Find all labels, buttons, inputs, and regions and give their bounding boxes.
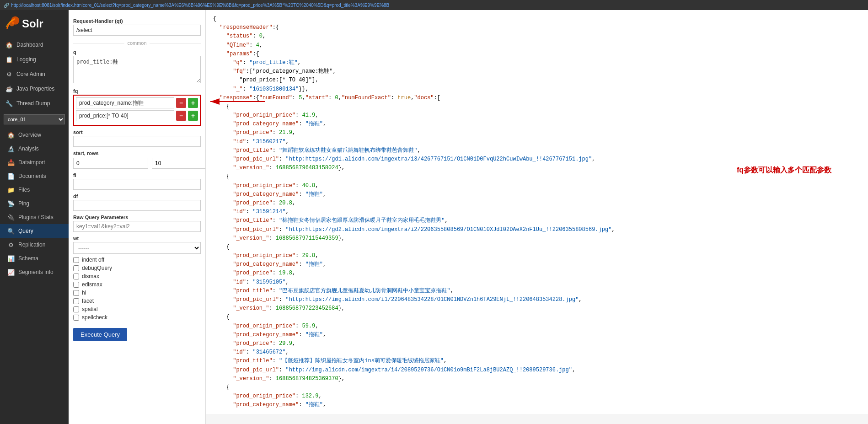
debugquery-row[interactable]: debugQuery (73, 265, 201, 271)
top-nav: 🏠 Dashboard 📋 Logging ⚙ Core Admin ☕ Jav… (0, 38, 69, 111)
dashboard-icon: 🏠 (5, 41, 13, 48)
sidebar-item-overview[interactable]: 🏠 Overview (0, 128, 69, 142)
sidebar-item-analysis[interactable]: 🔬 Analysis (0, 142, 69, 156)
facet-checkbox[interactable] (73, 298, 79, 304)
spatial-row[interactable]: spatial (73, 306, 201, 312)
fl-label: fl (73, 172, 201, 178)
spatial-checkbox[interactable] (73, 306, 79, 312)
fq-input-1[interactable] (76, 97, 174, 108)
sidebar-item-schema[interactable]: 📊 Schema (0, 252, 69, 265)
ping-icon: 📡 (7, 200, 15, 207)
hl-row[interactable]: hl (73, 290, 201, 296)
sidebar-item-plugins-stats[interactable]: 🔌 Plugins / Stats (0, 210, 69, 224)
overview-icon: 🏠 (7, 131, 15, 139)
logging-icon: 📋 (5, 56, 13, 63)
core-admin-icon: ⚙ (5, 70, 13, 78)
url-icon: 🔗 (4, 3, 9, 8)
files-icon: 📁 (7, 186, 15, 193)
q-input[interactable] (73, 56, 201, 83)
sidebar-item-ping[interactable]: 📡 Ping (0, 197, 69, 210)
sub-nav: 🏠 Overview 🔬 Analysis 📥 Dataimport 📄 Doc… (0, 128, 69, 279)
sidebar-item-label: Query (18, 228, 33, 234)
sidebar-item-replication[interactable]: ♻ Replication (0, 238, 69, 252)
sidebar-item-documents[interactable]: 📄 Documents (0, 169, 69, 183)
sidebar-item-dataimport[interactable]: 📥 Dataimport (0, 156, 69, 169)
fq-row-2: − + (76, 110, 198, 121)
response-area: fq参数可以输入多个匹配参数 { "responseHeader":{ "sta… (206, 10, 868, 424)
sidebar-item-label: Logging (16, 56, 36, 63)
hl-checkbox[interactable] (73, 290, 79, 296)
indent-off-checkbox[interactable] (73, 257, 79, 263)
replication-icon: ♻ (7, 241, 15, 248)
sidebar-item-label: Analysis (18, 145, 39, 152)
sidebar-item-thread-dump[interactable]: 🔧 Thread Dump (0, 96, 69, 111)
sidebar-item-dashboard[interactable]: 🏠 Dashboard (0, 38, 69, 52)
sidebar-item-label: Segments info (18, 269, 54, 275)
rows-input[interactable] (152, 158, 206, 169)
analysis-icon: 🔬 (7, 145, 15, 152)
sidebar-item-core-admin[interactable]: ⚙ Core Admin (0, 67, 69, 81)
sidebar-item-label: Replication (18, 242, 45, 248)
core-selector[interactable]: core_01 (4, 114, 65, 124)
dismax-row[interactable]: dismax (73, 273, 201, 279)
query-form-panel: Request-Handler (qt) common q fq − + − +… (69, 10, 206, 424)
sidebar-item-segments-info[interactable]: 📈 Segments info (0, 265, 69, 279)
fq-remove-1-button[interactable]: − (176, 98, 186, 108)
json-response-panel[interactable]: { "responseHeader":{ "status": 0, "QTime… (206, 10, 868, 414)
sidebar-item-label: Dataimport (18, 159, 45, 166)
segments-icon: 📈 (7, 268, 15, 276)
wt-select[interactable]: ------ json xml csv python ruby php velo… (73, 242, 201, 254)
thread-dump-icon: 🔧 (5, 100, 13, 107)
sidebar-item-label: Ping (18, 200, 29, 207)
common-divider: common (73, 40, 201, 46)
sort-input[interactable] (73, 136, 201, 147)
indent-off-row: indent off (73, 257, 201, 263)
fl-input[interactable] (73, 179, 201, 190)
logo-area: Solr (0, 10, 69, 38)
raw-query-label: Raw Query Parameters (73, 215, 201, 220)
documents-icon: 📄 (7, 172, 15, 180)
schema-icon: 📊 (7, 255, 15, 262)
spellcheck-row[interactable]: spellcheck (73, 314, 201, 321)
fq-input-2[interactable] (76, 110, 174, 121)
fq-add-1-button[interactable]: + (188, 98, 198, 108)
annotation-text: fq参数可以输入多个匹配参数 (737, 166, 831, 175)
sidebar-item-label: Java Properties (16, 86, 54, 92)
q-label: q (73, 49, 201, 55)
fq-remove-2-button[interactable]: − (176, 111, 186, 121)
logo-text: Solr (22, 17, 43, 30)
facet-row[interactable]: facet (73, 298, 201, 304)
start-input[interactable] (73, 158, 148, 169)
query-icon: 🔍 (7, 227, 15, 235)
df-input[interactable] (73, 200, 201, 211)
request-handler-label: Request-Handler (qt) (73, 18, 201, 24)
sidebar-item-logging[interactable]: 📋 Logging (0, 52, 69, 67)
wt-label: wt (73, 236, 201, 241)
start-rows-row (73, 158, 201, 169)
edismax-checkbox[interactable] (73, 282, 79, 288)
sidebar-item-query[interactable]: 🔍 Query (0, 224, 69, 238)
fq-add-2-button[interactable]: + (188, 111, 198, 121)
fq-label: fq (73, 88, 201, 94)
dataimport-icon: 📥 (7, 159, 15, 166)
fq-container: − + − + (73, 95, 201, 126)
edismax-row[interactable]: edismax (73, 281, 201, 288)
dismax-checkbox[interactable] (73, 274, 79, 279)
raw-query-input[interactable] (73, 221, 201, 232)
indent-off-label[interactable]: indent off (73, 257, 201, 263)
request-handler-input[interactable] (73, 25, 201, 36)
sidebar-item-files[interactable]: 📁 Files (0, 183, 69, 197)
execute-query-button[interactable]: Execute Query (73, 328, 127, 341)
debugquery-checkbox[interactable] (73, 265, 79, 271)
core-select[interactable]: core_01 (4, 114, 65, 124)
sidebar-item-label: Schema (18, 255, 38, 262)
sidebar-item-java-properties[interactable]: ☕ Java Properties (0, 81, 69, 96)
spellcheck-checkbox[interactable] (73, 315, 79, 321)
url-link[interactable]: http://localhost:8081/solr/index.htmlcor… (11, 3, 389, 8)
sidebar-item-label: Core Admin (16, 71, 45, 77)
start-rows-label: start, rows (73, 150, 201, 156)
sidebar-item-label: Overview (18, 132, 41, 138)
checkboxes-section: debugQuery dismax edismax hl facet spati… (73, 265, 201, 321)
df-label: df (73, 193, 201, 199)
sidebar-item-label: Thread Dump (16, 100, 50, 107)
